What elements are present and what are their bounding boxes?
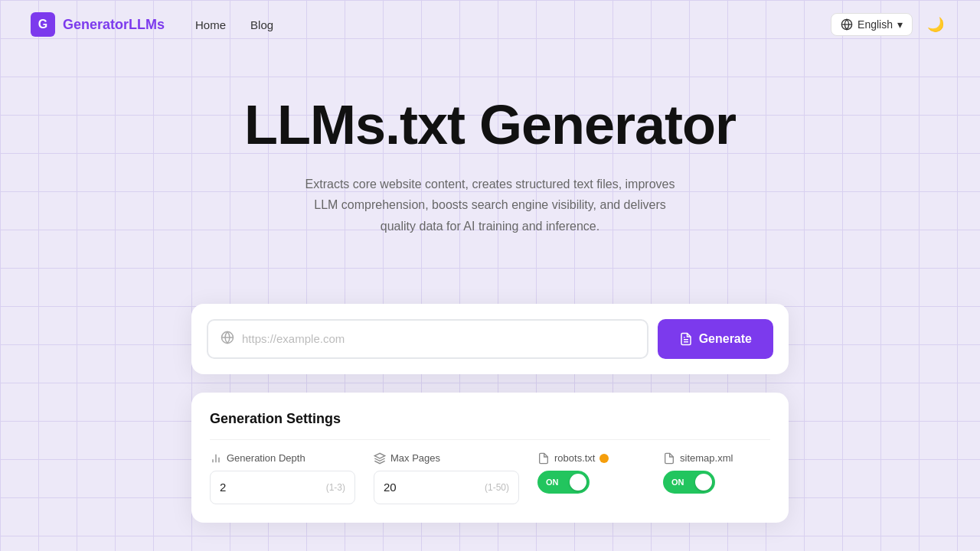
max-pages-field: Max Pages (1-50) [374,452,519,504]
theme-toggle-button[interactable]: 🌙 [922,11,949,38]
file-icon-sitemap [663,452,675,465]
moon-icon: 🌙 [927,16,944,33]
nav-links: Home Blog [195,18,831,31]
language-label: English [858,18,893,31]
brand-name: GeneratorLLMs [63,17,165,33]
sitemap-toggle-knob [695,474,712,491]
robots-field: robots.txt ON [537,452,645,494]
globe-icon [841,18,853,31]
nav-home[interactable]: Home [195,18,226,31]
robots-info-dot [599,454,609,463]
url-globe-icon [220,331,234,347]
sitemap-field: sitemap.xml ON [663,452,770,494]
settings-title: Generation Settings [210,411,770,440]
depth-input-wrapper: (1-3) [210,471,355,504]
hero-title: LLMs.txt Generator [15,95,965,155]
file-icon-robots [537,452,550,465]
brand-icon: G [31,12,55,37]
layers-icon [374,452,386,465]
generate-button[interactable]: Generate [658,319,773,359]
robots-label: robots.txt [537,452,609,465]
hero-section: LLMs.txt Generator Extracts core website… [0,49,980,304]
url-input-wrapper [207,319,648,359]
max-pages-input[interactable] [384,481,479,494]
max-pages-range: (1-50) [485,482,509,493]
document-icon [679,332,693,346]
depth-field: Generation Depth (1-3) [210,452,355,504]
sitemap-toggle[interactable]: ON [663,471,715,494]
chevron-down-icon: ▾ [897,18,903,31]
max-pages-label: Max Pages [374,452,519,465]
max-pages-input-wrapper: (1-50) [374,471,519,504]
depth-range: (1-3) [326,482,345,493]
language-selector[interactable]: English ▾ [831,13,913,36]
hero-subtitle: Extracts core website content, creates s… [299,174,681,236]
url-row: Generate [207,319,773,359]
url-input[interactable] [242,332,635,345]
sitemap-label: sitemap.xml [663,452,733,465]
svg-marker-9 [374,453,384,458]
depth-label: Generation Depth [210,452,355,465]
depth-input[interactable] [220,481,320,494]
settings-row: Generation Depth (1-3) Max Pages (1-50) [210,452,770,504]
nav-right: English ▾ 🌙 [831,11,949,38]
robots-toggle[interactable]: ON [537,471,590,494]
bar-chart-icon [210,452,222,465]
settings-section: Generation Settings Generation Depth (1-… [191,393,789,523]
url-input-container: Generate [191,304,789,374]
brand-logo[interactable]: G GeneratorLLMs [31,12,165,37]
robots-toggle-knob [570,474,586,491]
nav-blog[interactable]: Blog [250,18,273,31]
navbar: G GeneratorLLMs Home Blog English ▾ 🌙 [0,0,980,49]
